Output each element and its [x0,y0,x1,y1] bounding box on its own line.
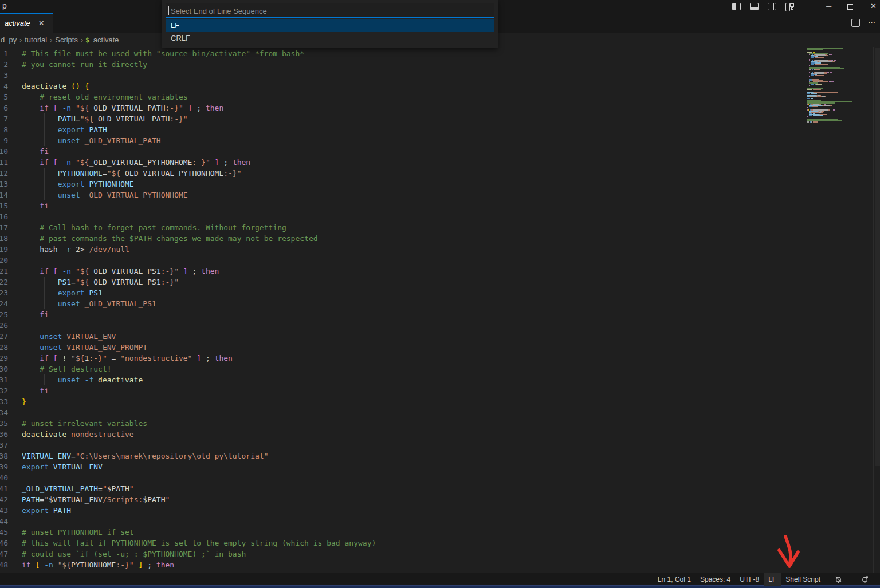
code-line[interactable]: deactivate nondestructive [22,429,134,440]
toggle-secondary-sidebar-icon[interactable] [768,3,776,10]
bell-slash-icon[interactable] [825,573,851,586]
status-language-mode[interactable]: Shell Script [781,573,825,586]
line-number: 40 [0,472,8,483]
code-line[interactable]: export PS1 [22,287,103,298]
line-number: 41 [0,483,8,494]
code-line[interactable]: # This file must be used with "source bi… [22,48,304,59]
line-number: 2 [0,59,8,70]
line-number: 8 [0,124,8,135]
code-line[interactable]: fi [22,146,49,157]
code-line[interactable]: VIRTUAL_ENV="C:\Users\marek\repository\o… [22,451,268,461]
status-eol[interactable]: LF [764,573,781,586]
code-line[interactable]: export PATH [22,124,107,135]
minimap[interactable] [807,48,854,125]
status-bar: Ln 1, Col 1Spaces: 4UTF-8LFShell Script [0,573,880,585]
line-number: 39 [0,461,8,472]
code-line[interactable]: if [ -n "${_OLD_VIRTUAL_PATH:-}" ] ; the… [22,102,223,113]
line-number: 31 [0,374,8,385]
code-line[interactable]: export PYTHONHOME [22,179,134,190]
code-line[interactable]: fi [22,200,49,211]
code-line[interactable]: PATH="$VIRTUAL_ENV/Scripts:$PATH" [22,494,170,505]
line-number: 30 [0,364,8,374]
line-number: 14 [0,190,8,200]
code-line[interactable]: unset _OLD_VIRTUAL_PATH [22,135,161,146]
line-number: 27 [0,331,8,342]
code-line[interactable]: if [ -n "${_OLD_VIRTUAL_PS1:-}" ] ; then [22,266,219,277]
code-line[interactable]: unset -f deactivate [22,374,143,385]
customize-layout-icon[interactable] [785,3,794,10]
breadcrumb-item[interactable]: tutorial [25,35,47,44]
line-number: 26 [0,320,8,331]
code-line[interactable]: # this will fail if PYTHONHOME is set to… [22,538,376,548]
code-line[interactable]: # past commands the $PATH changes we mad… [22,233,318,244]
status-encoding[interactable]: UTF-8 [735,573,764,586]
line-number: 7 [0,113,8,124]
code-line[interactable]: _OLD_VIRTUAL_PATH="$PATH" [22,483,134,494]
line-number: 3 [0,70,8,81]
chevron-right-icon: › [81,36,83,44]
tab-close-icon[interactable]: ✕ [38,19,45,27]
breadcrumb-file[interactable]: activate [93,35,119,44]
code-line[interactable]: fi [22,385,49,396]
line-number: 25 [0,309,8,320]
code-line[interactable]: deactivate () { [22,81,89,92]
line-number: 10 [0,146,8,157]
code-line[interactable]: PYTHONHOME="${_OLD_VIRTUAL_PYTHONHOME:-}… [22,168,242,179]
quick-input-item-lf[interactable]: LF [166,19,494,32]
split-editor-icon[interactable] [851,19,860,27]
code-line[interactable]: if [ ! "${1:-}" = "nondestructive" ] ; t… [22,353,233,364]
status-indentation[interactable]: Spaces: 4 [696,573,735,586]
restore-icon[interactable] [847,3,854,10]
code-line[interactable]: } [22,396,26,407]
code-line[interactable]: # unset PYTHONHOME if set [22,527,134,538]
line-number: 6 [0,102,8,113]
shell-file-icon: $ [85,35,90,44]
code-line[interactable]: # you cannot run it directly [22,59,147,70]
line-number: 16 [0,211,8,222]
line-number: 46 [0,538,8,548]
line-number: 36 [0,429,8,440]
minimize-icon[interactable]: ─ [826,0,831,13]
line-number: 29 [0,353,8,364]
vertical-scrollbar[interactable] [873,47,880,573]
quick-input-field[interactable] [170,3,493,18]
code-line[interactable]: hash -r 2> /dev/null [22,244,129,255]
line-number: 45 [0,527,8,538]
code-line[interactable]: if [ -n "${PYTHONHOME:-}" ] ; then [22,559,174,570]
code-line[interactable]: unset VIRTUAL_ENV [22,331,116,342]
tab-activate[interactable]: activate ✕ [0,13,53,33]
quick-input-widget: LFCRLF [162,0,498,48]
code-line[interactable]: export PATH [22,505,71,516]
code-line[interactable]: unset _OLD_VIRTUAL_PYTHONHOME [22,190,188,200]
editor-pane[interactable]: 1234567891011121314151617181920212223242… [0,47,880,573]
close-window-icon[interactable]: ✕ [870,0,877,13]
toggle-primary-sidebar-icon[interactable] [732,3,741,10]
line-number: 21 [0,266,8,277]
code-line[interactable]: PATH="${_OLD_VIRTUAL_PATH:-}" [22,113,188,124]
breadcrumb-item[interactable]: d_py [1,35,17,44]
code-line[interactable]: fi [22,309,49,320]
code-line[interactable]: # Self destruct! [22,364,112,374]
status-cursor-position[interactable]: Ln 1, Col 1 [653,573,696,586]
line-number: 38 [0,451,8,461]
toggle-panel-icon[interactable] [750,3,759,10]
quick-input-item-crlf[interactable]: CRLF [166,32,494,45]
breadcrumb-item[interactable]: Scripts [55,35,78,44]
layout-controls [732,0,794,13]
scrollbar-thumb[interactable] [875,48,880,466]
code-line[interactable]: PS1="${_OLD_VIRTUAL_PS1:-}" [22,277,179,287]
more-actions-icon[interactable]: ⋯ [868,17,875,29]
code-line[interactable]: # Call hash to forget past commands. Wit… [22,222,286,233]
bell-dot-icon[interactable] [851,573,878,586]
code-line[interactable]: unset _OLD_VIRTUAL_PS1 [22,298,156,309]
code-line[interactable]: export VIRTUAL_ENV [22,461,103,472]
code-line[interactable]: # could use `if (set -u; : $PYTHONHOME) … [22,548,246,559]
code-line[interactable]: unset VIRTUAL_ENV_PROMPT [22,342,147,353]
line-number: 15 [0,200,8,211]
code-line[interactable]: # reset old environment variables [22,92,188,102]
line-number: 35 [0,418,8,429]
code-line[interactable]: # unset irrelevant variables [22,418,147,429]
window-title: p [2,1,7,10]
code-line[interactable]: if [ -n "${_OLD_VIRTUAL_PYTHONHOME:-}" ]… [22,157,250,168]
line-number: 23 [0,287,8,298]
